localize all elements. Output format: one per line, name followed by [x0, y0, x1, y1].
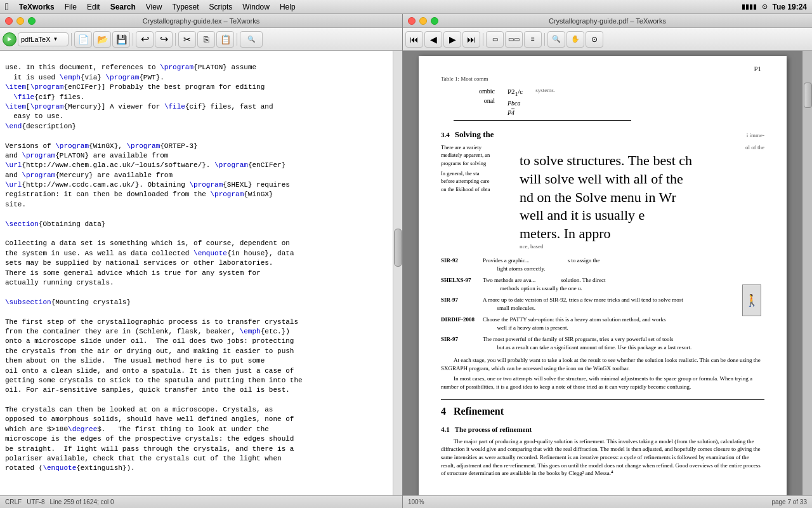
- line-1: use. In this document, references to \pr…: [5, 64, 273, 130]
- pdf-scrollbar-thumb[interactable]: [804, 83, 812, 108]
- editor-window: Crystallography-guide.tex – TeXworks ▶ p…: [0, 14, 403, 508]
- find-button[interactable]: 🔍: [240, 31, 263, 48]
- pdf-dual-page-button[interactable]: ▭▭: [505, 31, 523, 48]
- pdf-page-count: page 7 of 33: [771, 498, 807, 505]
- editor-scrollbar[interactable]: [393, 51, 402, 495]
- section-4-1-header: 4.1 The process of refinement: [441, 424, 764, 435]
- right-col-hint: ol of the: [520, 144, 764, 152]
- toolbar-separator-1: [71, 33, 72, 46]
- pdf-sync-button[interactable]: ⊙: [586, 31, 603, 48]
- dirdif-entry: DIRDIF-2008 Choose the PATTY sub-option:…: [441, 316, 764, 333]
- menubar:  TeXworks File Edit Search View Typeset…: [0, 0, 812, 14]
- engine-select[interactable]: pdfLaTeX ▼: [18, 32, 69, 46]
- sir92-label: SIR-92: [441, 257, 479, 274]
- pdf-close-button[interactable]: [408, 17, 416, 25]
- menu-help[interactable]: Help: [280, 3, 296, 11]
- table-header-p4bar: P4: [508, 108, 523, 117]
- battery-indicator: ▮▮▮▮: [742, 3, 757, 11]
- editor-text[interactable]: use. In this document, references to \pr…: [0, 51, 393, 495]
- pdf-hand-button[interactable]: ✋: [566, 31, 584, 48]
- new-file-icon: 📄: [78, 34, 89, 44]
- sxgraph-para: At each stage, you will probably want to…: [441, 356, 764, 372]
- refinement-para: The major part of producing a good-quali…: [441, 438, 764, 478]
- pdf-first-page-button[interactable]: ⏮: [405, 31, 423, 48]
- last-page-icon: ⏭: [467, 34, 476, 44]
- section-4-title: Refinement: [454, 404, 504, 419]
- menu-window[interactable]: Window: [242, 3, 270, 11]
- shelxs97-text: Two methods are ava...solution. The dire…: [483, 276, 605, 293]
- left-col-para-2: In general, the sta before attempting ca…: [441, 170, 517, 193]
- minimize-button[interactable]: [16, 17, 24, 25]
- new-file-button[interactable]: 📄: [74, 31, 92, 48]
- save-file-icon: 💾: [116, 34, 127, 44]
- menu-typeset[interactable]: Typeset: [173, 3, 199, 11]
- pdf-toolbar-sep-1: [483, 33, 483, 46]
- pdf-scroll-button[interactable]: ≡: [524, 31, 542, 48]
- section-title-3-4: Solving the: [455, 128, 494, 141]
- sir97b-entry: SIR-97 The most powerful of the family o…: [441, 335, 764, 352]
- undo-button[interactable]: ↩: [136, 31, 154, 48]
- pdf-viewport[interactable]: P1 Table 1: Most comm ombic onal P21/c P…: [403, 51, 802, 495]
- pdf-page: P1 Table 1: Most comm ombic onal P21/c P…: [419, 56, 787, 495]
- close-button[interactable]: [5, 17, 13, 25]
- dual-page-icon: ▭▭: [508, 36, 520, 43]
- pdf-minimize-button[interactable]: [419, 17, 427, 25]
- encoding-status: CRLF: [5, 498, 22, 505]
- maximize-button[interactable]: [28, 17, 36, 25]
- pdf-scrollbar[interactable]: [802, 51, 812, 495]
- scroll-icon: ≡: [531, 36, 535, 43]
- redo-button[interactable]: ↪: [155, 31, 173, 48]
- table-cell-onal: onal: [479, 96, 495, 105]
- app-name: TeXworks: [19, 3, 55, 11]
- windows-container: Crystallography-guide.tex – TeXworks ▶ p…: [0, 14, 812, 508]
- editor-area: use. In this document, references to \pr…: [0, 51, 402, 495]
- save-file-button[interactable]: 💾: [112, 31, 130, 48]
- sir97-text: A more up to date version of SIR-92, tri…: [483, 296, 683, 313]
- sir97-label: SIR-97: [441, 296, 479, 313]
- section-4: 4 Refinement 4.1 The process of refineme…: [441, 399, 764, 477]
- pdf-single-page-button[interactable]: ▭: [486, 31, 504, 48]
- section-4-number: 4: [441, 404, 446, 419]
- pdf-maximize-button[interactable]: [431, 17, 438, 25]
- pdf-window: Crystallography-guide.pdf – TeXworks ⏮ ◀…: [403, 14, 812, 508]
- menu-file[interactable]: File: [65, 3, 77, 11]
- table-content: ombic onal P21/c Pbca P4 systems.: [479, 86, 764, 118]
- menu-search[interactable]: Search: [110, 3, 136, 11]
- left-column-text: There are a variety mediately apparent, …: [441, 144, 517, 251]
- sir97b-label: SIR-97: [441, 335, 479, 352]
- wifi-icon: ⊙: [762, 3, 768, 11]
- cut-button[interactable]: ✂: [178, 31, 196, 48]
- sir92-text: Provides a graphic...s to assign the lig…: [483, 257, 599, 274]
- figure-icon: 🚶: [742, 284, 761, 316]
- menu-view[interactable]: View: [146, 3, 162, 11]
- copy-button[interactable]: ⎘: [197, 31, 215, 48]
- section-4-header: 4 Refinement: [441, 404, 764, 419]
- undo-icon: ↩: [141, 33, 149, 45]
- section-4-1-title: The process of refinement: [455, 424, 532, 435]
- pdf-last-page-button[interactable]: ⏭: [462, 31, 480, 48]
- open-file-button[interactable]: 📂: [93, 31, 111, 48]
- paste-button[interactable]: 📋: [216, 31, 234, 48]
- menu-edit[interactable]: Edit: [87, 3, 100, 11]
- cut-icon: ✂: [183, 34, 191, 44]
- section-body-container: There are a variety mediately apparent, …: [441, 144, 764, 251]
- attempts-para: In most cases, one or two attempts will …: [441, 375, 764, 391]
- engine-label: pdfLaTeX: [21, 36, 50, 43]
- table-col-3: systems.: [535, 86, 555, 118]
- section-number-3-4: 3.4: [441, 130, 450, 140]
- pdf-next-page-button[interactable]: ▶: [443, 31, 461, 48]
- menu-scripts[interactable]: Scripts: [209, 3, 233, 11]
- editor-scrollbar-thumb[interactable]: [394, 229, 402, 267]
- section-right-text: i imme-: [747, 131, 764, 140]
- page-num-top: P1: [754, 64, 761, 74]
- pdf-table-area: P1 Table 1: Most comm ombic onal P21/c P…: [441, 75, 764, 121]
- pdf-prev-page-button[interactable]: ◀: [424, 31, 442, 48]
- pdf-zoom-button[interactable]: 🔍: [547, 31, 565, 48]
- table-border: [454, 120, 631, 121]
- table-header-pbca: Pbca: [508, 98, 523, 108]
- pdf-toolbar: ⏮ ◀ ▶ ⏭ ▭ ▭▭ ≡ 🔍 ✋ ⊙: [403, 28, 812, 51]
- toolbar-separator-2: [133, 33, 133, 46]
- pdf-status-bar: 100% page 7 of 33: [403, 495, 812, 508]
- apple-menu[interactable]: : [5, 1, 9, 13]
- compile-button[interactable]: ▶: [3, 32, 16, 46]
